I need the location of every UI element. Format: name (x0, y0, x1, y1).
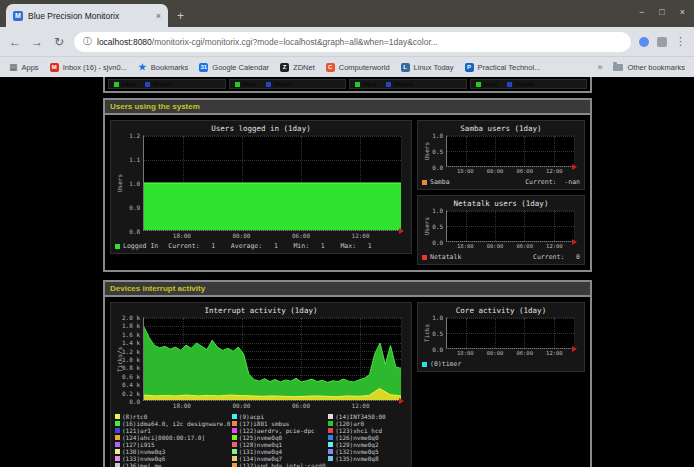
bookmarks-overflow-icon[interactable]: » (597, 62, 602, 72)
legend-item: (9)acpi (232, 413, 328, 420)
legend-label: (17)i801_smbus (239, 420, 290, 427)
plot-area (446, 210, 575, 242)
browser-tab[interactable]: M Blue Precision Monitorix × (6, 4, 168, 27)
legend-color-swatch (232, 456, 237, 461)
practical-tech-favicon-icon: P (465, 63, 474, 72)
legend-stats: Current: 1 Average: 1 Min: 1 Max: 1 (168, 242, 372, 250)
monitorix-favicon: M (13, 11, 23, 21)
close-button[interactable]: × (680, 8, 685, 17)
y-axis-label: Users (422, 210, 431, 242)
apps-shortcut[interactable]: ▦ Apps (9, 62, 39, 72)
forward-button[interactable]: → (30, 36, 44, 48)
legend-label: (134)nvme0q7 (239, 455, 282, 462)
section-title: Users using the system (105, 100, 590, 115)
legend-color-swatch (115, 463, 120, 467)
bookmark-label: Computerworld (339, 63, 390, 72)
y-axis-ticks: 1.00.50.0 (431, 135, 446, 167)
legend-color-swatch (507, 82, 512, 87)
legend-item: Input (235, 81, 256, 87)
new-tab-button[interactable]: + (177, 10, 184, 22)
extension-icon[interactable] (657, 37, 667, 47)
legend-label: (125)nvme0q0 (239, 434, 282, 441)
legend-label: (136)mei_me (122, 462, 162, 467)
gmail-favicon-icon: M (50, 63, 59, 72)
legend-label: (122)aerdrv, pcie-dpc (239, 427, 315, 434)
chart-area-svg (144, 318, 401, 400)
bookmark-label: Practical Technol... (478, 63, 541, 72)
legend-color-swatch (328, 435, 333, 440)
legend-item: (130)nvme0q3 (115, 448, 232, 455)
section-interrupts: Devices interrupt activity Interrupt act… (103, 280, 592, 467)
legend-stats: Current: 0 (533, 253, 580, 261)
legend-label: (0)timer (430, 360, 461, 368)
bookmark-label: Google Calendar (212, 63, 269, 72)
grid-line (447, 348, 574, 349)
computerworld-favicon-icon: C (326, 63, 335, 72)
legend-item: (122)aerdrv, pcie-dpc (232, 427, 328, 434)
legend-label: Netatalk (430, 253, 461, 261)
legend: InputOutput (114, 81, 171, 87)
legend-color-swatch (115, 428, 120, 433)
legend-color-swatch (328, 421, 333, 426)
legend-color-swatch (232, 414, 237, 419)
bookmark-google-calendar[interactable]: 31Google Calendar (199, 63, 269, 72)
legend-color-swatch (266, 82, 271, 87)
tick-label: 0.5 (432, 148, 443, 155)
legend-item: (0)timer (422, 360, 461, 368)
minimize-button[interactable]: − (639, 8, 644, 17)
legend-item: Samba (422, 178, 450, 186)
bookmark-gmail[interactable]: MInbox (16) - sjvn0... (50, 63, 127, 72)
tick-label: 00:00 (232, 402, 250, 409)
tab-close-icon[interactable]: × (156, 11, 161, 21)
bookmark-zdnet[interactable]: ZZDNet (280, 63, 315, 72)
graph-users-logged-in: Users logged in (1day) Users 1.21.11.00.… (110, 120, 412, 254)
legend-color-swatch (115, 442, 120, 447)
graph-samba-users: Samba users (1day) Users 1.00.50.0 18:00… (417, 120, 585, 190)
page-info-icon[interactable]: ⓘ (83, 35, 92, 48)
cutoff-graph-panel: InputOutput (108, 79, 226, 89)
tick-label: 0.9 (129, 204, 140, 211)
tick-label: 0.0 (432, 164, 443, 171)
x-axis-ticks: 18:0000:0006:0012:00 (446, 168, 575, 176)
reload-button[interactable]: ↻ (52, 36, 66, 48)
legend-label: Logged In (123, 242, 158, 250)
bookmark-practical-tech[interactable]: PPractical Technol... (465, 63, 541, 72)
chart-area-svg (447, 318, 574, 348)
legend-label: (120)ar0 (335, 420, 364, 427)
legend-label: Output (394, 81, 412, 87)
legend-item: Input (355, 81, 376, 87)
legend-label: (124)ahci[0000:00:17.0] (122, 434, 205, 441)
bookmark-bookmarks-star[interactable]: ★Bookmarks (138, 63, 189, 72)
grid-line (144, 400, 401, 401)
address-bar[interactable]: ⓘ localhost:8080/monitorix-cgi/monitorix… (74, 32, 631, 52)
other-bookmarks[interactable]: Other bookmarks (613, 63, 685, 72)
legend-label: (121)ar1 (122, 427, 151, 434)
extension-icon[interactable] (639, 37, 649, 47)
legend-label: (128)nvme0q1 (239, 441, 282, 448)
maximize-button[interactable]: □ (659, 8, 664, 17)
grid-line (447, 166, 574, 167)
bookmark-computerworld[interactable]: CComputerworld (326, 63, 390, 72)
chrome-menu-icon[interactable]: ⋮ (675, 35, 686, 48)
legend-label: (16)idma64.0, i2c_designware.0 (122, 420, 230, 427)
bookmark-linux-today[interactable]: LLinux Today (401, 63, 454, 72)
y-axis-ticks: 1.00.50.0 (431, 210, 446, 242)
tick-label: 0.6 k (122, 372, 140, 379)
tick-label: 0.5 (432, 223, 443, 230)
plot-area (446, 135, 575, 167)
bookmarks-bar: ▦ Apps MInbox (16) - sjvn0...★Bookmarks3… (0, 56, 694, 77)
legend-color-swatch (115, 421, 120, 426)
legend-color-swatch (115, 435, 120, 440)
tick-label: 0.5 (432, 330, 443, 337)
legend-item: (129)nvme0q2 (328, 441, 407, 448)
back-button[interactable]: ← (8, 36, 22, 48)
legend-color-swatch (115, 449, 120, 454)
legend-color-swatch (386, 82, 391, 87)
legend-color-swatch (235, 82, 240, 87)
google-calendar-favicon-icon: 31 (199, 63, 208, 72)
legend-color-swatch (115, 456, 120, 461)
tick-label: 0.0 (432, 239, 443, 246)
legend-label: Output (153, 81, 171, 87)
legend-item: (124)ahci[0000:00:17.0] (115, 434, 232, 441)
legend-color-swatch (145, 82, 150, 87)
